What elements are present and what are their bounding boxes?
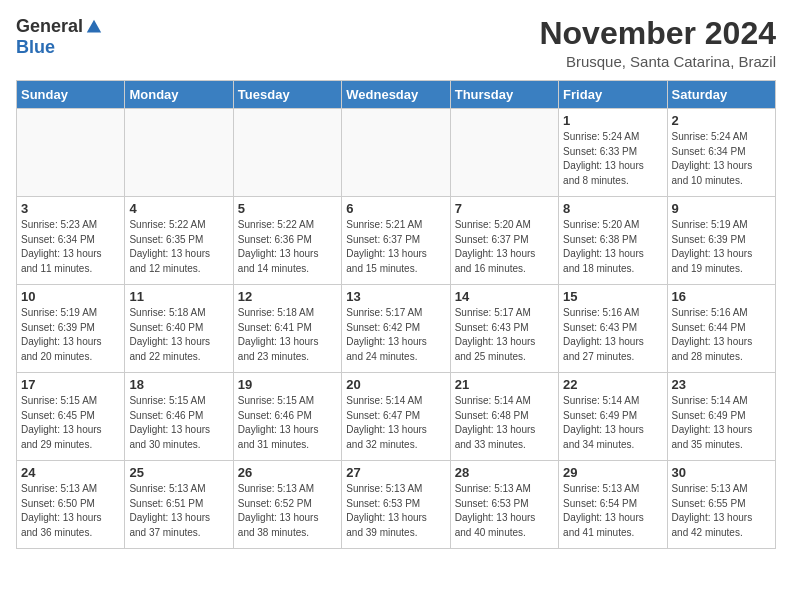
day-number: 13 — [346, 289, 445, 304]
day-info: Sunrise: 5:16 AM Sunset: 6:44 PM Dayligh… — [672, 306, 771, 364]
column-header-friday: Friday — [559, 81, 667, 109]
day-info: Sunrise: 5:19 AM Sunset: 6:39 PM Dayligh… — [21, 306, 120, 364]
day-info: Sunrise: 5:23 AM Sunset: 6:34 PM Dayligh… — [21, 218, 120, 276]
column-header-thursday: Thursday — [450, 81, 558, 109]
day-number: 2 — [672, 113, 771, 128]
calendar-day-28: 28Sunrise: 5:13 AM Sunset: 6:53 PM Dayli… — [450, 461, 558, 549]
calendar-day-empty — [125, 109, 233, 197]
calendar-day-30: 30Sunrise: 5:13 AM Sunset: 6:55 PM Dayli… — [667, 461, 775, 549]
day-info: Sunrise: 5:22 AM Sunset: 6:36 PM Dayligh… — [238, 218, 337, 276]
column-header-sunday: Sunday — [17, 81, 125, 109]
day-info: Sunrise: 5:17 AM Sunset: 6:43 PM Dayligh… — [455, 306, 554, 364]
day-number: 29 — [563, 465, 662, 480]
calendar-day-14: 14Sunrise: 5:17 AM Sunset: 6:43 PM Dayli… — [450, 285, 558, 373]
day-info: Sunrise: 5:14 AM Sunset: 6:49 PM Dayligh… — [563, 394, 662, 452]
page-header: General Blue November 2024 Brusque, Sant… — [16, 16, 776, 70]
calendar-day-7: 7Sunrise: 5:20 AM Sunset: 6:37 PM Daylig… — [450, 197, 558, 285]
calendar-day-19: 19Sunrise: 5:15 AM Sunset: 6:46 PM Dayli… — [233, 373, 341, 461]
column-header-monday: Monday — [125, 81, 233, 109]
month-title: November 2024 — [539, 16, 776, 51]
calendar-day-11: 11Sunrise: 5:18 AM Sunset: 6:40 PM Dayli… — [125, 285, 233, 373]
logo-blue-text: Blue — [16, 37, 55, 58]
calendar-week-row: 3Sunrise: 5:23 AM Sunset: 6:34 PM Daylig… — [17, 197, 776, 285]
day-number: 10 — [21, 289, 120, 304]
day-info: Sunrise: 5:13 AM Sunset: 6:51 PM Dayligh… — [129, 482, 228, 540]
day-info: Sunrise: 5:14 AM Sunset: 6:47 PM Dayligh… — [346, 394, 445, 452]
day-info: Sunrise: 5:16 AM Sunset: 6:43 PM Dayligh… — [563, 306, 662, 364]
day-number: 27 — [346, 465, 445, 480]
calendar-day-21: 21Sunrise: 5:14 AM Sunset: 6:48 PM Dayli… — [450, 373, 558, 461]
day-number: 24 — [21, 465, 120, 480]
svg-marker-0 — [87, 19, 101, 32]
calendar-day-27: 27Sunrise: 5:13 AM Sunset: 6:53 PM Dayli… — [342, 461, 450, 549]
day-number: 22 — [563, 377, 662, 392]
calendar-day-18: 18Sunrise: 5:15 AM Sunset: 6:46 PM Dayli… — [125, 373, 233, 461]
day-info: Sunrise: 5:13 AM Sunset: 6:50 PM Dayligh… — [21, 482, 120, 540]
day-number: 8 — [563, 201, 662, 216]
calendar-day-12: 12Sunrise: 5:18 AM Sunset: 6:41 PM Dayli… — [233, 285, 341, 373]
day-info: Sunrise: 5:15 AM Sunset: 6:46 PM Dayligh… — [238, 394, 337, 452]
day-info: Sunrise: 5:13 AM Sunset: 6:55 PM Dayligh… — [672, 482, 771, 540]
calendar-day-6: 6Sunrise: 5:21 AM Sunset: 6:37 PM Daylig… — [342, 197, 450, 285]
day-info: Sunrise: 5:21 AM Sunset: 6:37 PM Dayligh… — [346, 218, 445, 276]
day-number: 3 — [21, 201, 120, 216]
calendar-day-empty — [450, 109, 558, 197]
day-number: 9 — [672, 201, 771, 216]
calendar-day-empty — [17, 109, 125, 197]
calendar-day-16: 16Sunrise: 5:16 AM Sunset: 6:44 PM Dayli… — [667, 285, 775, 373]
calendar-day-22: 22Sunrise: 5:14 AM Sunset: 6:49 PM Dayli… — [559, 373, 667, 461]
day-number: 6 — [346, 201, 445, 216]
day-number: 7 — [455, 201, 554, 216]
logo-icon — [85, 18, 103, 36]
day-info: Sunrise: 5:15 AM Sunset: 6:45 PM Dayligh… — [21, 394, 120, 452]
calendar-week-row: 24Sunrise: 5:13 AM Sunset: 6:50 PM Dayli… — [17, 461, 776, 549]
day-info: Sunrise: 5:24 AM Sunset: 6:34 PM Dayligh… — [672, 130, 771, 188]
calendar-day-25: 25Sunrise: 5:13 AM Sunset: 6:51 PM Dayli… — [125, 461, 233, 549]
calendar-day-1: 1Sunrise: 5:24 AM Sunset: 6:33 PM Daylig… — [559, 109, 667, 197]
day-info: Sunrise: 5:18 AM Sunset: 6:41 PM Dayligh… — [238, 306, 337, 364]
calendar-day-29: 29Sunrise: 5:13 AM Sunset: 6:54 PM Dayli… — [559, 461, 667, 549]
day-info: Sunrise: 5:22 AM Sunset: 6:35 PM Dayligh… — [129, 218, 228, 276]
day-number: 5 — [238, 201, 337, 216]
day-number: 28 — [455, 465, 554, 480]
day-info: Sunrise: 5:13 AM Sunset: 6:53 PM Dayligh… — [455, 482, 554, 540]
day-info: Sunrise: 5:13 AM Sunset: 6:53 PM Dayligh… — [346, 482, 445, 540]
day-number: 14 — [455, 289, 554, 304]
day-number: 20 — [346, 377, 445, 392]
column-header-saturday: Saturday — [667, 81, 775, 109]
calendar-day-4: 4Sunrise: 5:22 AM Sunset: 6:35 PM Daylig… — [125, 197, 233, 285]
column-header-wednesday: Wednesday — [342, 81, 450, 109]
calendar-header-row: SundayMondayTuesdayWednesdayThursdayFrid… — [17, 81, 776, 109]
calendar-day-13: 13Sunrise: 5:17 AM Sunset: 6:42 PM Dayli… — [342, 285, 450, 373]
calendar-day-5: 5Sunrise: 5:22 AM Sunset: 6:36 PM Daylig… — [233, 197, 341, 285]
day-number: 23 — [672, 377, 771, 392]
day-info: Sunrise: 5:24 AM Sunset: 6:33 PM Dayligh… — [563, 130, 662, 188]
calendar-day-empty — [233, 109, 341, 197]
location: Brusque, Santa Catarina, Brazil — [539, 53, 776, 70]
day-number: 15 — [563, 289, 662, 304]
calendar-day-3: 3Sunrise: 5:23 AM Sunset: 6:34 PM Daylig… — [17, 197, 125, 285]
day-number: 26 — [238, 465, 337, 480]
day-number: 11 — [129, 289, 228, 304]
logo: General Blue — [16, 16, 103, 58]
logo-general-text: General — [16, 16, 83, 37]
calendar-day-24: 24Sunrise: 5:13 AM Sunset: 6:50 PM Dayli… — [17, 461, 125, 549]
calendar-week-row: 1Sunrise: 5:24 AM Sunset: 6:33 PM Daylig… — [17, 109, 776, 197]
day-number: 25 — [129, 465, 228, 480]
day-number: 30 — [672, 465, 771, 480]
calendar-week-row: 10Sunrise: 5:19 AM Sunset: 6:39 PM Dayli… — [17, 285, 776, 373]
column-header-tuesday: Tuesday — [233, 81, 341, 109]
calendar-day-15: 15Sunrise: 5:16 AM Sunset: 6:43 PM Dayli… — [559, 285, 667, 373]
day-info: Sunrise: 5:20 AM Sunset: 6:37 PM Dayligh… — [455, 218, 554, 276]
day-info: Sunrise: 5:13 AM Sunset: 6:54 PM Dayligh… — [563, 482, 662, 540]
day-number: 16 — [672, 289, 771, 304]
title-block: November 2024 Brusque, Santa Catarina, B… — [539, 16, 776, 70]
calendar-day-26: 26Sunrise: 5:13 AM Sunset: 6:52 PM Dayli… — [233, 461, 341, 549]
calendar-day-20: 20Sunrise: 5:14 AM Sunset: 6:47 PM Dayli… — [342, 373, 450, 461]
day-number: 19 — [238, 377, 337, 392]
day-info: Sunrise: 5:15 AM Sunset: 6:46 PM Dayligh… — [129, 394, 228, 452]
day-info: Sunrise: 5:13 AM Sunset: 6:52 PM Dayligh… — [238, 482, 337, 540]
calendar-day-9: 9Sunrise: 5:19 AM Sunset: 6:39 PM Daylig… — [667, 197, 775, 285]
calendar-day-23: 23Sunrise: 5:14 AM Sunset: 6:49 PM Dayli… — [667, 373, 775, 461]
day-number: 4 — [129, 201, 228, 216]
